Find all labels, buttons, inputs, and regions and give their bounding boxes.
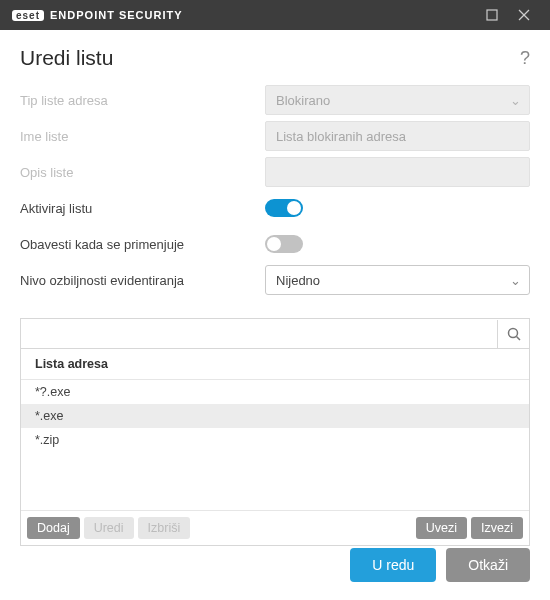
label-opis-liste: Opis liste (20, 165, 265, 180)
input-opis-liste (265, 157, 530, 187)
select-nivo[interactable]: Nijedno ⌄ (265, 265, 530, 295)
footer: U redu Otkaži (0, 532, 550, 600)
ok-button[interactable]: U redu (350, 548, 436, 582)
brand-text: ENDPOINT SECURITY (50, 9, 183, 21)
list-box: Lista adresa *?.exe*.exe*.zip Dodaj Ured… (20, 318, 530, 546)
list-item[interactable]: *?.exe (21, 380, 529, 404)
square-icon (486, 9, 498, 21)
search-input[interactable] (21, 320, 497, 348)
toggle-obavesti[interactable] (265, 235, 303, 253)
toggle-knob (267, 237, 281, 251)
window-close-button[interactable] (508, 0, 540, 30)
label-ime-liste: Ime liste (20, 129, 265, 144)
search-button[interactable] (497, 320, 529, 348)
help-button[interactable]: ? (520, 48, 530, 69)
cancel-button[interactable]: Otkaži (446, 548, 530, 582)
chevron-down-icon: ⌄ (510, 93, 521, 108)
list-item[interactable]: *.zip (21, 428, 529, 452)
list-header: Lista adresa (21, 349, 529, 380)
titlebar: eset ENDPOINT SECURITY (0, 0, 550, 30)
label-aktiviraj: Aktiviraj listu (20, 201, 265, 216)
content: Uredi listu ? Tip liste adresa Blokirano… (0, 30, 550, 560)
chevron-down-icon: ⌄ (510, 273, 521, 288)
svg-line-4 (516, 336, 520, 340)
input-ime-value: Lista blokiranih adresa (276, 129, 406, 144)
brand: eset ENDPOINT SECURITY (12, 9, 183, 21)
close-icon (518, 9, 530, 21)
label-nivo: Nivo ozbiljnosti evidentiranja (20, 273, 265, 288)
select-nivo-value: Nijedno (276, 273, 320, 288)
svg-rect-0 (487, 10, 497, 20)
list-body: *?.exe*.exe*.zip (21, 380, 529, 510)
list-item[interactable]: *.exe (21, 404, 529, 428)
select-tip-liste: Blokirano ⌄ (265, 85, 530, 115)
label-obavesti: Obavesti kada se primenjuje (20, 237, 265, 252)
search-row (21, 319, 529, 349)
select-tip-value: Blokirano (276, 93, 330, 108)
page-title: Uredi listu (20, 46, 520, 70)
brand-badge: eset (12, 10, 44, 21)
toggle-knob (287, 201, 301, 215)
window-minimize-button[interactable] (476, 0, 508, 30)
svg-point-3 (508, 328, 517, 337)
input-ime-liste: Lista blokiranih adresa (265, 121, 530, 151)
label-tip-liste: Tip liste adresa (20, 93, 265, 108)
toggle-aktiviraj[interactable] (265, 199, 303, 217)
search-icon (507, 327, 521, 341)
